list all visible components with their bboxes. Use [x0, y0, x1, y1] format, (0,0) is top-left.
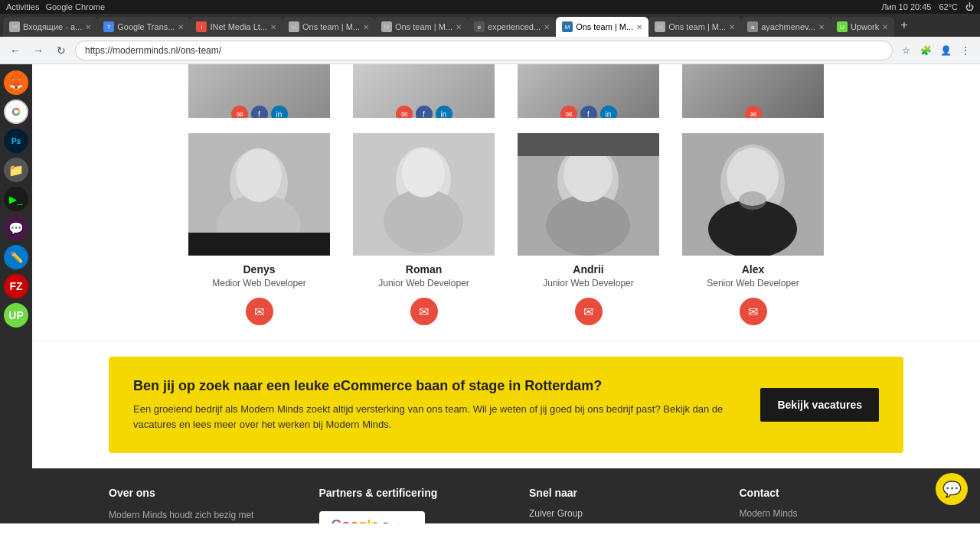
tab-1-favicon: T	[103, 21, 114, 32]
member-role-denys: Medior Web Developer	[212, 278, 306, 289]
tab-8-close[interactable]: ✕	[818, 23, 825, 31]
tab-1-label: Google Trans...	[117, 22, 175, 31]
activities-label[interactable]: Activities	[6, 2, 39, 11]
social-fb-icon-1: f	[251, 106, 268, 118]
member-name-roman: Roman	[406, 263, 442, 276]
main-layout: 🦊 Ps 📁 ▶_ 💬 ✏️ FZ UP ✉ f	[0, 64, 980, 523]
sidebar-icon-vscode[interactable]: ✏️	[4, 245, 28, 269]
tab-5-favicon: e	[474, 21, 485, 32]
tab-8[interactable]: a ayachmenev... ✕	[741, 17, 831, 37]
tab-1-close[interactable]: ✕	[178, 23, 184, 31]
sidebar: 🦊 Ps 📁 ▶_ 💬 ✏️ FZ UP	[0, 64, 32, 523]
member-email-btn-andrii[interactable]: ✉	[575, 298, 603, 325]
social-email-icon-2: ✉	[396, 106, 413, 118]
tab-5-close[interactable]: ✕	[544, 23, 550, 31]
tab-3-favicon: M	[289, 21, 299, 32]
profile-icon[interactable]: 👤	[937, 42, 954, 59]
forward-button[interactable]: →	[29, 41, 47, 60]
footer-col-contact-title: Contact	[740, 487, 904, 499]
sidebar-icon-filezilla[interactable]: FZ	[4, 274, 28, 298]
tab-2-close[interactable]: ✕	[270, 23, 276, 31]
footer-col-partners: Partners & certificering Google Partner	[319, 487, 484, 523]
tab-2[interactable]: i INet Media Lt... ✕	[190, 17, 283, 37]
sidebar-icon-chrome[interactable]	[4, 99, 28, 124]
extensions-icon[interactable]: 🧩	[917, 42, 934, 59]
partner-text: Partner	[384, 521, 413, 524]
tab-0-label: Входящие - а...	[23, 22, 82, 31]
cta-text-block: Ben jij op zoek naar een leuke eCommerce…	[133, 378, 742, 432]
bookmark-icon[interactable]: ☆	[897, 42, 914, 59]
member-card-denys: Denys Medior Web Developer ✉	[188, 133, 330, 325]
cta-button[interactable]: Bekijk vacatures	[760, 388, 879, 422]
page-content: ✉ f in ✉ f in ✉ f in	[32, 64, 980, 523]
menu-icon[interactable]: ⋮	[957, 42, 974, 59]
tab-bar: ✉ Входящие - а... ✕ T Google Trans... ✕ …	[0, 14, 980, 37]
svg-rect-15	[518, 133, 659, 156]
tab-8-favicon: a	[747, 21, 758, 32]
back-button[interactable]: ←	[6, 41, 24, 60]
google-g-icon: Google	[332, 517, 379, 523]
tab-6-active[interactable]: M Ons team | M... ✕	[556, 17, 648, 37]
sidebar-icon-upwork[interactable]: UP	[4, 303, 28, 328]
social-fb-icon-3: f	[580, 106, 597, 118]
tab-4-close[interactable]: ✕	[456, 23, 462, 31]
sidebar-icon-ps[interactable]: Ps	[4, 129, 28, 153]
cta-banner: Ben jij op zoek naar een leuke eCommerce…	[109, 357, 903, 453]
social-email-icon-4: ✉	[745, 106, 762, 118]
tab-4-favicon: M	[381, 21, 392, 32]
sidebar-icon-terminal[interactable]: ▶_	[4, 187, 28, 211]
member-email-btn-roman[interactable]: ✉	[410, 298, 438, 325]
social-li-icon-1: in	[271, 106, 288, 118]
tab-0-close[interactable]: ✕	[85, 23, 91, 31]
tab-2-favicon: i	[196, 21, 207, 32]
sidebar-icon-slack[interactable]: 💬	[4, 216, 28, 240]
sidebar-icon-files[interactable]: 📁	[4, 158, 28, 182]
tab-6-label: Ons team | M...	[576, 22, 633, 31]
footer-col-snel-title: Snel naar	[529, 487, 694, 499]
svg-point-5	[236, 148, 282, 202]
footer-address-1: Fairoaksbaan 204	[740, 522, 904, 523]
social-li-icon-3: in	[600, 106, 617, 118]
member-card-andrii: Andrii Junior Web Developer ✉	[518, 133, 659, 325]
temperature: 62°C	[939, 2, 958, 11]
footer-link-zuiver-group[interactable]: Zuiver Group	[529, 508, 694, 519]
tab-3[interactable]: M Ons team | M... ✕	[283, 17, 375, 37]
svg-point-10	[402, 148, 445, 197]
svg-point-9	[384, 189, 463, 253]
google-partner-box: Google Partner	[319, 511, 426, 523]
chat-bubble[interactable]: 💬	[936, 473, 968, 505]
tab-9-close[interactable]: ✕	[882, 23, 888, 31]
tab-7-label: Ons team | M...	[668, 22, 726, 31]
address-text: https://modernminds.nl/ons-team/	[85, 45, 221, 56]
address-bar[interactable]: https://modernminds.nl/ons-team/	[75, 41, 893, 60]
member-name-denys: Denys	[243, 263, 275, 276]
member-email-btn-alex[interactable]: ✉	[740, 298, 767, 325]
sidebar-icon-firefox[interactable]: 🦊	[4, 70, 28, 95]
svg-point-20	[739, 191, 766, 210]
member-email-btn-denys[interactable]: ✉	[246, 298, 273, 325]
tab-7-close[interactable]: ✕	[729, 23, 735, 31]
svg-point-1	[14, 109, 18, 114]
tab-9[interactable]: U Upwork ✕	[831, 17, 894, 37]
tab-6-close[interactable]: ✕	[636, 23, 642, 31]
tab-1[interactable]: T Google Trans... ✕	[97, 17, 190, 37]
social-email-icon-1: ✉	[231, 106, 248, 118]
footer-col-about-text: Modern Minds houdt zich bezig met strate…	[109, 508, 273, 523]
tab-7[interactable]: M Ons team | M... ✕	[648, 17, 741, 37]
svg-rect-6	[188, 233, 330, 256]
member-role-andrii: Junior Web Developer	[543, 278, 634, 289]
reload-button[interactable]: ↻	[52, 41, 70, 60]
tab-5[interactable]: e experienced... ✕	[468, 17, 556, 37]
tab-2-label: INet Media Lt...	[210, 22, 267, 31]
footer-col-about: Over ons Modern Minds houdt zich bezig m…	[109, 487, 273, 523]
social-li-icon-2: in	[436, 106, 452, 118]
tab-4[interactable]: M Ons team | M... ✕	[375, 17, 468, 37]
new-tab-button[interactable]: +	[894, 18, 913, 32]
tab-0[interactable]: ✉ Входящие - а... ✕	[3, 17, 97, 37]
top-photo-2: ✉ f in	[353, 64, 495, 118]
footer: Over ons Modern Minds houdt zich bezig m…	[32, 468, 980, 523]
footer-col-contact: Contact Modern Minds Fairoaksbaan 204 30…	[740, 487, 904, 523]
sys-icons: ⏻	[965, 2, 974, 11]
member-photo-roman	[353, 133, 495, 256]
tab-3-close[interactable]: ✕	[363, 23, 369, 31]
